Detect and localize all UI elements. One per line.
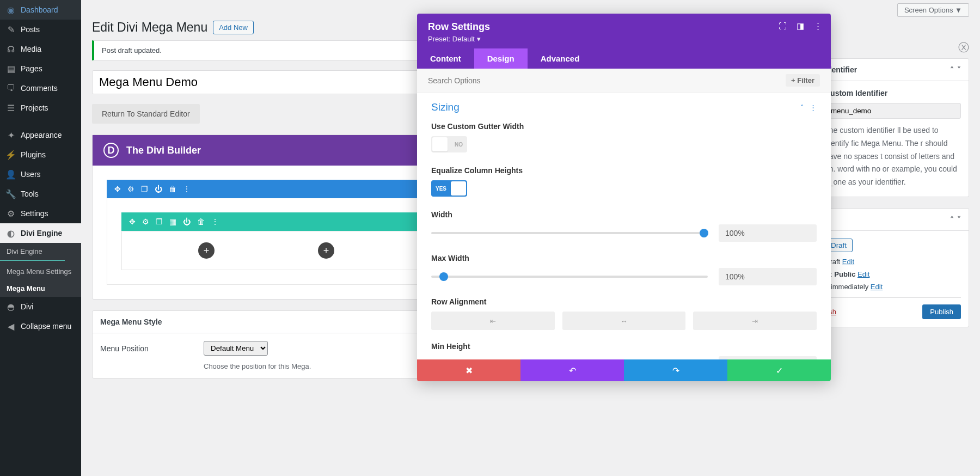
equalize-toggle[interactable]: YES (431, 180, 467, 197)
chevron-down-icon[interactable]: ˅ (957, 65, 961, 74)
align-right-button[interactable]: ⇥ (693, 312, 817, 330)
sizing-accordion[interactable]: Sizing ˄⋮ (431, 101, 817, 113)
menu-appearance[interactable]: ✦Appearance (0, 125, 81, 145)
row-columns-icon[interactable]: ▦ (169, 217, 176, 226)
section-duplicate-icon[interactable]: ❐ (141, 185, 148, 193)
save-button[interactable]: ✓ (727, 359, 831, 381)
width-slider[interactable] (431, 232, 708, 234)
appearance-icon: ✦ (5, 130, 16, 141)
add-module-button-1[interactable]: + (198, 242, 215, 259)
screen-options-button[interactable]: Screen Options ▼ (897, 3, 969, 17)
width-label: Width (431, 210, 817, 219)
modal-more-icon[interactable]: ⋮ (814, 21, 822, 31)
submenu-divi-engine-main[interactable]: Divi Engine (0, 243, 81, 260)
divi-engine-icon: ◐ (5, 228, 16, 239)
modal-search-bar: + Filter (417, 69, 831, 93)
equalize-label: Equalize Column Heights (431, 166, 817, 175)
submenu-mega-settings[interactable]: Mega Menu Settings (0, 263, 81, 280)
modal-footer: ✖ ↶ ↷ ✓ (417, 359, 831, 381)
row-settings-modal: Row Settings Preset: Default ▾ ⛶ ◨ ⋮ Con… (417, 14, 831, 381)
modal-tabs: Content Design Advanced (417, 48, 831, 69)
menu-users[interactable]: 👤Users (0, 164, 81, 184)
menu-media[interactable]: ☊Media (0, 39, 81, 59)
menu-pages[interactable]: ▤Pages (0, 59, 81, 78)
chevron-down-icon[interactable]: ˅ (957, 215, 961, 224)
menu-posts[interactable]: ✎Posts (0, 20, 81, 39)
menu-tools[interactable]: 🔧Tools (0, 184, 81, 204)
comments-icon: 🗨 (5, 83, 16, 94)
add-new-button[interactable]: Add New (213, 21, 254, 34)
width-value-input[interactable]: 100% (719, 224, 817, 242)
menu-dashboard[interactable]: ◉Dashboard (0, 0, 81, 20)
filter-button[interactable]: + Filter (786, 74, 820, 87)
row-more-icon[interactable]: ⋮ (211, 217, 219, 226)
maxwidth-value-input[interactable]: 100% (719, 268, 817, 285)
plugins-icon: ⚡ (5, 149, 16, 160)
tools-icon: 🔧 (5, 188, 16, 199)
add-module-button-2[interactable]: + (318, 242, 334, 259)
align-label: Row Alignment (431, 297, 817, 306)
tab-advanced[interactable]: Advanced (528, 48, 593, 69)
expand-icon[interactable]: ⛶ (779, 21, 787, 31)
settings-icon: ⚙ (5, 208, 16, 219)
menu-settings[interactable]: ⚙Settings (0, 204, 81, 223)
identifier-subhead: Custom Identifier (825, 89, 961, 97)
gutter-label: Use Custom Gutter Width (431, 122, 817, 131)
accordion-collapse-icon[interactable]: ˄ (800, 103, 804, 112)
publish-button[interactable]: Publish (922, 304, 961, 319)
return-standard-editor-button[interactable]: Return To Standard Editor (92, 104, 200, 124)
status-edit-link[interactable]: Edit (842, 258, 854, 266)
chevron-up-icon[interactable]: ˄ (950, 215, 954, 224)
status-row: Draft Edit (825, 258, 961, 266)
section-settings-icon[interactable]: ⚙ (127, 185, 134, 193)
row-delete-icon[interactable]: 🗑 (197, 217, 205, 226)
divi-icon: ◓ (5, 301, 16, 312)
tab-design[interactable]: Design (474, 48, 528, 69)
section-move-icon[interactable]: ✥ (114, 185, 121, 193)
undo-button[interactable]: ↶ (520, 359, 624, 381)
dashboard-icon: ◉ (5, 4, 16, 15)
dismiss-icon[interactable]: ⓧ (958, 40, 969, 55)
publish-on-row: n immediately Edit (825, 283, 961, 291)
tab-content[interactable]: Content (417, 48, 474, 69)
section-more-icon[interactable]: ⋮ (183, 185, 191, 193)
row-settings-icon[interactable]: ⚙ (142, 217, 149, 226)
section-delete-icon[interactable]: 🗑 (169, 185, 176, 193)
align-left-button[interactable]: ⇤ (431, 312, 555, 330)
align-center-button[interactable]: ↔ (562, 312, 686, 330)
row-duplicate-icon[interactable]: ❐ (156, 217, 163, 226)
row-move-icon[interactable]: ✥ (129, 217, 136, 226)
submenu-mega-menu[interactable]: Mega Menu (0, 280, 81, 297)
menu-plugins[interactable]: ⚡Plugins (0, 145, 81, 164)
menu-comments[interactable]: 🗨Comments (0, 78, 81, 98)
menu-projects[interactable]: ☰Projects (0, 98, 81, 118)
submenu-separator (0, 260, 65, 261)
chevron-up-icon[interactable]: ˄ (950, 65, 954, 74)
menu-position-select[interactable]: Default Menu (204, 341, 268, 356)
menu-divi-engine[interactable]: ◐Divi Engine (0, 223, 81, 243)
section-power-icon[interactable]: ⏻ (155, 185, 162, 193)
cancel-button[interactable]: ✖ (417, 359, 520, 381)
maxwidth-slider[interactable] (431, 276, 708, 278)
row-power-icon[interactable]: ⏻ (183, 217, 191, 226)
snap-icon[interactable]: ◨ (797, 21, 804, 31)
visibility-edit-link[interactable]: Edit (857, 270, 869, 278)
menu-collapse[interactable]: ◀Collapse menu (0, 316, 81, 336)
preset-dropdown[interactable]: Preset: Default ▾ (428, 35, 820, 43)
menu-divi[interactable]: ◓Divi (0, 297, 81, 316)
redo-button[interactable]: ↷ (624, 359, 727, 381)
visibility-row: ty: Public Edit (825, 270, 961, 278)
menu-position-label: Menu Position (100, 344, 204, 353)
page-title: Edit Divi Mega Menu (92, 20, 207, 35)
projects-icon: ☰ (5, 102, 16, 113)
publish-edit-link[interactable]: Edit (871, 283, 883, 291)
identifier-input[interactable] (825, 103, 961, 119)
submenu-divi-engine: Divi Engine Mega Menu Settings Mega Menu (0, 243, 81, 297)
accordion-more-icon[interactable]: ⋮ (810, 103, 817, 112)
divi-logo-icon: D (103, 143, 119, 158)
pages-icon: ▤ (5, 63, 16, 74)
modal-body: Sizing ˄⋮ Use Custom Gutter Width NO Equ… (417, 93, 831, 359)
search-options-input[interactable] (428, 76, 786, 85)
gutter-toggle[interactable]: NO (431, 136, 467, 152)
media-icon: ☊ (5, 44, 16, 54)
